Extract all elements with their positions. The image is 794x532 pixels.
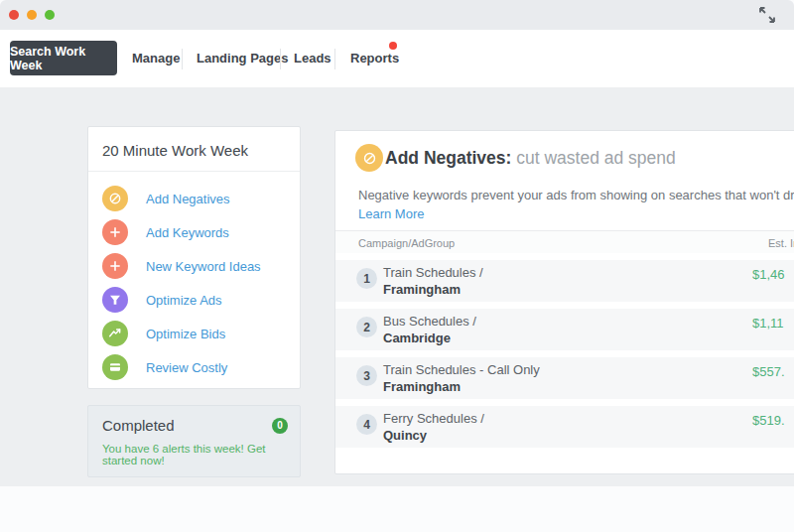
no-symbol-icon xyxy=(355,144,383,172)
work-week-item-optimize-ads[interactable]: Optimize Ads xyxy=(88,283,300,317)
est-impact-value: $557. xyxy=(752,364,785,379)
work-week-item-label: Add Keywords xyxy=(146,225,229,240)
completed-count-badge: 0 xyxy=(272,418,288,434)
campaign-name: Train Schedules - Call Only xyxy=(383,362,540,377)
heading-subtitle: cut wasted ad spend xyxy=(511,148,675,168)
plus-icon xyxy=(102,219,128,245)
work-week-item-list: Add Negatives Add Keywords New Keyword I… xyxy=(88,172,300,384)
page-footer xyxy=(0,486,794,532)
tab-reports[interactable]: Reports xyxy=(350,30,399,87)
alerts-message: You have 6 alerts this week! Get started… xyxy=(88,434,300,466)
trend-up-icon xyxy=(102,321,128,346)
table-body: 1 Train Schedules / Framingham $1,46 2 B… xyxy=(335,260,794,448)
table-row[interactable]: 4 Ferry Schedules / Quincy $519. xyxy=(335,406,794,448)
nav-divider xyxy=(182,49,183,69)
work-week-item-label: Optimize Bids xyxy=(146,327,225,341)
work-week-panel: 20 Minute Work Week Add Negatives Add Ke… xyxy=(87,126,301,389)
work-week-item-label: Review Costly xyxy=(146,360,227,375)
traffic-lights xyxy=(9,10,55,20)
credit-card-icon xyxy=(102,354,128,380)
work-week-item-label: New Keyword Ideas xyxy=(146,259,261,274)
work-week-item-optimize-bids[interactable]: Optimize Bids xyxy=(88,317,300,350)
zoom-button[interactable] xyxy=(45,10,55,20)
row-number-badge: 4 xyxy=(356,414,377,435)
table-header-row: Campaign/AdGroup Est. Im xyxy=(335,230,794,253)
work-week-item-new-keyword-ideas[interactable]: New Keyword Ideas xyxy=(88,249,300,283)
content-area: 20 Minute Work Week Add Negatives Add Ke… xyxy=(0,87,794,486)
tab-leads[interactable]: Leads xyxy=(294,30,331,87)
adgroup-name: Framingham xyxy=(383,282,461,297)
nav-divider xyxy=(334,49,335,69)
negatives-table: Campaign/AdGroup Est. Im 1 Train Schedul… xyxy=(335,230,794,448)
adgroup-name: Cambridge xyxy=(383,331,451,345)
column-campaign-adgroup: Campaign/AdGroup xyxy=(358,237,455,249)
notification-dot-icon xyxy=(389,42,397,50)
description-text: Negative keywords prevent your ads from … xyxy=(358,188,794,202)
close-button[interactable] xyxy=(9,10,19,20)
work-week-item-add-negatives[interactable]: Add Negatives xyxy=(88,182,300,215)
minimize-button[interactable] xyxy=(27,10,37,20)
heading-strong: Add Negatives: xyxy=(385,148,511,168)
column-est-impact: Est. Im xyxy=(768,237,794,249)
browser-window: Search Work Week Manage Landing Pages Le… xyxy=(0,0,794,532)
campaign-name: Bus Schedules / xyxy=(383,314,476,329)
table-row[interactable]: 1 Train Schedules / Framingham $1,46 xyxy=(335,260,794,302)
no-symbol-icon xyxy=(102,186,128,211)
nav-divider xyxy=(280,49,281,69)
panel-title: 20 Minute Work Week xyxy=(88,127,300,172)
est-impact-value: $519. xyxy=(752,413,785,428)
plus-icon xyxy=(102,253,128,279)
table-row[interactable]: 2 Bus Schedules / Cambridge $1,11 xyxy=(335,309,794,350)
work-week-item-label: Add Negatives xyxy=(146,192,230,206)
row-number-badge: 2 xyxy=(356,317,377,337)
row-number-badge: 3 xyxy=(356,365,377,386)
add-negatives-panel: Add Negatives: cut wasted ad spend Negat… xyxy=(334,130,794,474)
completed-panel: Completed 0 You have 6 alerts this week!… xyxy=(87,405,301,477)
campaign-name: Ferry Schedules / xyxy=(383,411,484,426)
browser-titlebar xyxy=(0,0,794,30)
work-week-item-add-keywords[interactable]: Add Keywords xyxy=(88,215,300,249)
panel-heading: Add Negatives: cut wasted ad spend xyxy=(385,148,676,169)
row-number-badge: 1 xyxy=(356,268,377,289)
work-week-item-review-costly[interactable]: Review Costly xyxy=(88,350,300,384)
adgroup-name: Quincy xyxy=(383,428,427,443)
funnel-icon xyxy=(102,287,128,313)
completed-title: Completed xyxy=(102,417,175,434)
est-impact-value: $1,46 xyxy=(752,267,785,282)
top-navigation: Search Work Week Manage Landing Pages Le… xyxy=(0,30,794,87)
tab-manage[interactable]: Manage xyxy=(132,30,180,87)
tab-landing-pages[interactable]: Landing Pages xyxy=(197,30,288,87)
expand-arrows-icon[interactable] xyxy=(756,4,778,26)
work-week-item-label: Optimize Ads xyxy=(146,293,222,308)
learn-more-link[interactable]: Learn More xyxy=(358,206,424,221)
adgroup-name: Framingham xyxy=(383,379,461,394)
table-row[interactable]: 3 Train Schedules - Call Only Framingham… xyxy=(335,357,794,399)
tab-search-work-week[interactable]: Search Work Week xyxy=(10,41,117,75)
campaign-name: Train Schedules / xyxy=(383,265,483,280)
est-impact-value: $1,11 xyxy=(752,316,784,331)
